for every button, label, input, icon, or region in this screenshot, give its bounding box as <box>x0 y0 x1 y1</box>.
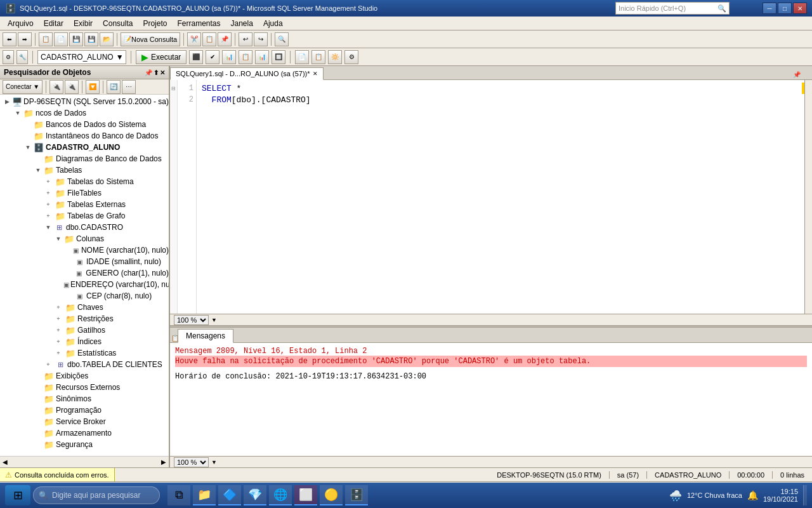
tree-dbo-cadastro[interactable]: ▼ ⊞ dbo.CADASTRO <box>0 222 169 233</box>
expand-chaves[interactable]: + <box>53 304 63 311</box>
btn-t5[interactable]: 📊 <box>255 50 269 64</box>
tree-gatilhos[interactable]: + 📁 Gatilhos <box>0 324 169 336</box>
btn8[interactable]: ✂️ <box>187 32 201 46</box>
database-dropdown[interactable]: CADASTRO_ALUNO ▼ <box>37 50 126 64</box>
taskbar-app-ssms[interactable]: 🗄️ <box>345 485 368 505</box>
oe-close-icon[interactable]: ✕ <box>160 69 165 76</box>
taskbar-search[interactable]: 🔍 Digite aqui para pesquisar <box>33 486 160 504</box>
btn9[interactable]: 📋 <box>202 32 216 46</box>
undo-btn[interactable]: ↩ <box>239 32 252 46</box>
taskbar-app-taskview[interactable]: ⧉ <box>167 485 190 505</box>
menu-projeto[interactable]: Projeto <box>138 18 172 29</box>
menu-arquivo[interactable]: Arquivo <box>3 18 39 29</box>
btn-t4[interactable]: 📋 <box>239 50 252 64</box>
expand-cadastro-aluno[interactable]: ▼ <box>23 144 33 150</box>
tree-programacao[interactable]: 📁 Programação <box>0 404 169 416</box>
tree-exibicoes[interactable]: 📁 Exibições <box>0 370 169 382</box>
oe-btn2[interactable]: 🔌 <box>65 80 79 94</box>
tree-filetables[interactable]: + 📁 FileTables <box>0 187 169 199</box>
results-zoom-select[interactable]: 100 % <box>174 457 209 467</box>
tree-tabelas-externas[interactable]: + 📁 Tabelas Externas <box>0 199 169 210</box>
restore-button[interactable]: □ <box>778 3 792 14</box>
oe-filter-btn[interactable]: 🔽 <box>86 80 100 94</box>
tree-col-endereco[interactable]: ▣ ENDEREÇO (varchar(10), nulo) <box>0 279 169 290</box>
expand-bancos[interactable]: ▼ <box>13 110 23 116</box>
btn-t7[interactable]: 📄 <box>295 50 309 64</box>
oe-more-btn[interactable]: ⋯ <box>122 80 136 94</box>
close-button[interactable]: ✕ <box>793 3 807 14</box>
expand-gatilhos[interactable]: + <box>53 327 63 333</box>
tree-cadastro-aluno-db[interactable]: ▼ 🗄️ CADASTRO_ALUNO <box>0 142 169 153</box>
taskbar-app-app1[interactable]: 🔷 <box>218 485 241 505</box>
btn3[interactable]: 📋 <box>39 32 53 46</box>
tree-instantaneos[interactable]: 📁 Instantâneos do Banco de Dados <box>0 130 169 142</box>
tree-tabelas-sistema[interactable]: + 📁 Tabelas do Sistema <box>0 176 169 187</box>
tree-estatisticas[interactable]: + 📁 Estatísticas <box>0 347 169 359</box>
nova-consulta-btn[interactable]: 📝 Nova Consulta <box>121 32 180 46</box>
query-tab[interactable]: SQLQuery1.sql - D...RO_ALUNO (sa (57))* … <box>170 67 324 80</box>
expand-restricoes[interactable]: + <box>53 316 63 322</box>
oe-float-icon[interactable]: ⬆ <box>154 69 159 76</box>
btn10[interactable]: 📌 <box>218 32 232 46</box>
redo-btn[interactable]: ↪ <box>254 32 268 46</box>
tree-col-cep[interactable]: ▣ CEP (char(8), nulo) <box>0 290 169 302</box>
expand-colunas[interactable]: ▼ <box>53 236 63 242</box>
tree-bancos-sistema[interactable]: 📁 Bancos de Dados do Sistema <box>0 119 169 130</box>
oe-scroll-left[interactable]: ◀ <box>3 458 8 465</box>
btn6[interactable]: 💾 <box>84 32 98 46</box>
taskbar-app-browser[interactable]: 🌐 <box>269 485 292 505</box>
oe-pin-icon[interactable]: 📌 <box>145 69 152 76</box>
btn11[interactable]: 🔍 <box>275 32 289 46</box>
expand-tabelas[interactable]: ▼ <box>33 167 43 173</box>
messages-tab[interactable]: Mensagens <box>178 329 233 343</box>
taskbar-app-explorer[interactable]: 📁 <box>193 485 216 505</box>
expand-filetables[interactable]: + <box>43 190 53 196</box>
editor-vscrollbar[interactable] <box>804 80 812 314</box>
menu-ajuda[interactable]: Ajuda <box>258 18 288 29</box>
execute-button[interactable]: ▶ Executar <box>136 50 187 64</box>
quick-search-box[interactable]: Inicio Rápido (Ctrl+Q) 🔍 <box>615 2 730 15</box>
tree-armazenamento[interactable]: 📁 Armazenamento <box>0 427 169 439</box>
tree-chaves[interactable]: + 📁 Chaves <box>0 302 169 313</box>
oe-scroll-right[interactable]: ▶ <box>161 458 166 465</box>
menu-ferramentas[interactable]: Ferramentas <box>172 18 225 29</box>
tree-recursos-externos[interactable]: 📁 Recursos Externos <box>0 382 169 393</box>
menu-janela[interactable]: Janela <box>226 18 258 29</box>
tree-server[interactable]: ▶ 🖥️ DP-96SEQTN (SQL Server 15.0.2000 - … <box>0 96 169 107</box>
oe-hscroll[interactable]: ◀ ▶ <box>0 456 169 467</box>
btn7[interactable]: 📂 <box>100 32 114 46</box>
taskbar-app-app3[interactable]: 🟡 <box>320 485 343 505</box>
tab-pin[interactable]: 📌 <box>793 71 801 78</box>
expand-tabelas-externas[interactable]: + <box>43 201 53 208</box>
expand-tabelas-sistema[interactable]: + <box>43 178 53 185</box>
tree-col-idade[interactable]: ▣ IDADE (smallint, nulo) <box>0 256 169 267</box>
btn-t1[interactable]: ⚙ <box>3 50 14 64</box>
menu-consulta[interactable]: Consulta <box>98 18 138 29</box>
oe-refresh-btn[interactable]: 🔄 <box>107 80 121 94</box>
tree-bancos[interactable]: ▼ 📁 ncos de Dados <box>0 107 169 119</box>
start-button[interactable]: ⊞ <box>5 485 30 505</box>
btn5[interactable]: 💾 <box>69 32 83 46</box>
tree-colunas[interactable]: ▼ 📁 Colunas <box>0 233 169 244</box>
expand-server[interactable]: ▶ <box>3 98 12 105</box>
minimize-button[interactable]: ─ <box>763 3 776 14</box>
fwd-btn[interactable]: ➡ <box>18 32 32 46</box>
tree-sinonimos[interactable]: 📁 Sinônimos <box>0 393 169 404</box>
expand-estatisticas[interactable]: + <box>53 350 63 356</box>
new-btn[interactable]: ⬅ <box>3 32 16 46</box>
btn-t6[interactable]: 🔲 <box>272 50 285 64</box>
tree-indices[interactable]: + 📁 Índices <box>0 336 169 347</box>
oe-btn1[interactable]: 🔌 <box>49 80 63 94</box>
tree-dbo-tabela-clientes[interactable]: + ⊞ dbo.TABELA DE CLIENTES <box>0 359 169 370</box>
btn-t10[interactable]: ⚙ <box>344 50 358 64</box>
code-editor[interactable]: SELECT * FROM [dbo].[CADASTRO] <box>197 80 804 314</box>
tree-col-nome[interactable]: ▣ NOME (varchar(10), nulo) <box>0 244 169 256</box>
expand-dbo-tabela-clientes[interactable]: + <box>43 361 53 368</box>
tree-seguranca[interactable]: 📁 Segurança <box>0 439 169 450</box>
taskbar-app-app2[interactable]: 💎 <box>244 485 266 505</box>
taskbar-app-office[interactable]: ⬜ <box>294 485 317 505</box>
menu-editar[interactable]: Editar <box>39 18 69 29</box>
tree-restricoes[interactable]: + 📁 Restrições <box>0 313 169 324</box>
btn4[interactable]: 📄 <box>54 32 68 46</box>
expand-dbo-cadastro[interactable]: ▼ <box>43 224 53 231</box>
